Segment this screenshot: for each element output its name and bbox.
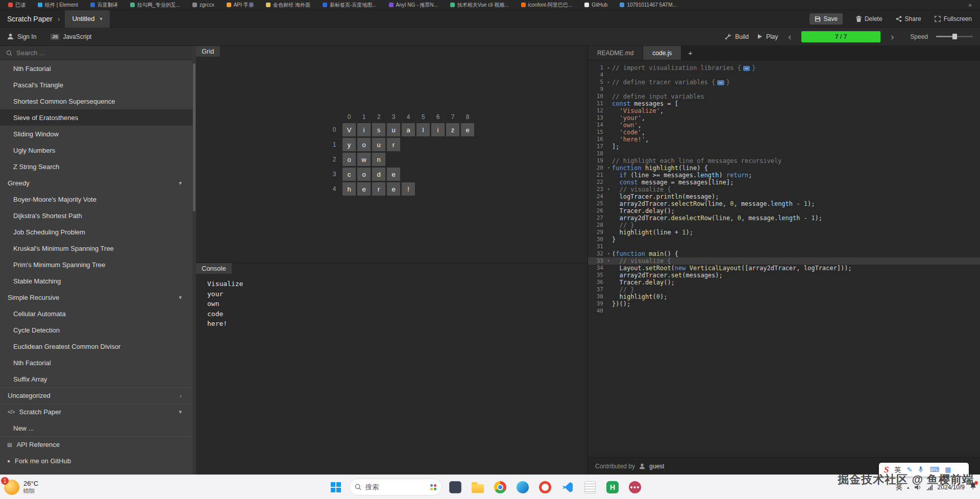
code-line[interactable]: 32▾(function main() { [588,250,980,257]
folded-code-badge[interactable]: ⋯ [717,80,724,85]
sidebar-item-nth-factorial[interactable]: Nth Factorial [0,60,196,77]
network-icon[interactable] [926,484,933,491]
code-line[interactable]: 28 // } [588,222,980,229]
code-line[interactable]: 33▾ // visualize { [588,257,980,265]
code-line[interactable]: 23▾ // visualize { [588,186,980,193]
code-line[interactable]: 37 // } [588,286,980,293]
code-line[interactable]: 19// highlight each line of messages rec… [588,157,980,164]
code-line[interactable]: 34 Layout.setRoot(new VerticalLayout([ar… [588,265,980,272]
sidebar-item-job-scheduling-problem[interactable]: Job Scheduling Problem [0,224,196,240]
sidebar-item-new[interactable]: New ... [0,420,196,436]
code-line[interactable]: 36 Tracer.delay(); [588,279,980,286]
language-selector[interactable]: JS JavaScript [51,33,91,40]
sidebar-item-ugly-numbers[interactable]: Ugly Numbers [0,142,196,158]
sidebar-category-uncategorized[interactable]: Uncategorized› [0,387,196,403]
search-input[interactable] [16,49,169,57]
tray-expand-icon[interactable]: ▴ [907,485,910,490]
bookmark-item[interactable]: 新标签页-百度地图... [323,2,377,9]
code-line[interactable]: 12 'Visualize', [588,107,980,114]
mic-icon[interactable] [918,466,924,473]
speed-slider[interactable] [936,36,973,37]
bookmark-item[interactable]: 金色财经 海外面 [266,2,310,9]
code-line[interactable]: 15 'code', [588,129,980,136]
bookmark-item[interactable]: zgrccx [192,2,214,8]
sidebar-item-stable-matching[interactable]: Stable Matching [0,273,196,289]
code-line[interactable]: 20▾function highlight(line) { [588,164,980,172]
fold-toggle-icon[interactable]: ▸ [605,64,612,72]
sidebar-item-cycle-detection[interactable]: Cycle Detection [0,322,196,338]
save-button[interactable]: Save [810,13,843,25]
play-button[interactable]: Play [757,33,778,40]
taskbar-search[interactable]: 搜索 [349,479,442,495]
file-explorer-icon[interactable] [469,478,487,496]
keyboard-icon[interactable]: ⌨ [929,466,939,473]
bookmark-item[interactable]: 已读 [8,2,26,9]
code-line[interactable]: 16 'here!', [588,136,980,143]
sidebar-item-z-string-search[interactable]: Z String Search [0,158,196,175]
code-line[interactable]: 5▸// define tracer variables {⋯} [588,79,980,86]
fold-toggle-icon[interactable]: ▾ [605,186,612,193]
code-line[interactable]: 11const messages = [ [588,100,980,107]
bookmark-item[interactable]: 拉勾网_专业的互... [130,2,180,9]
code-line[interactable]: 39})(); [588,300,980,307]
sidebar-item-shortest-common-supersequence[interactable]: Shortest Common Supersequence [0,93,196,109]
bookmark-item[interactable]: API·手册 [227,2,254,9]
code-line[interactable]: 9 [588,86,980,93]
breadcrumb[interactable]: Scratch Paper › [7,15,60,23]
speed-slider-thumb[interactable] [952,34,957,39]
sidebar-item-euclidean-greatest-common-divisor[interactable]: Euclidean Greatest Common Divisor [0,338,196,354]
ime-language-indicator[interactable]: 英 [896,483,902,492]
bookmark-item[interactable]: 10791011467 5ATM... [620,2,676,8]
start-button[interactable] [327,478,345,496]
code-line[interactable]: 38 highlight(0); [588,293,980,300]
code-line[interactable]: 29 highlight(line + 1); [588,229,980,236]
bookmark-item[interactable]: 组件 | Element [38,2,78,9]
sidebar-item-nth-factorial[interactable]: Nth Factorial [0,354,196,371]
code-line[interactable]: 30} [588,236,980,243]
bookmarks-overflow-icon[interactable]: » [968,2,972,9]
code-line[interactable]: 10// define input variables [588,93,980,100]
code-line[interactable]: 18 [588,150,980,157]
fold-toggle-icon[interactable]: ▾ [605,164,612,172]
widgets-app-icon[interactable] [446,478,464,496]
sidebar-item-api-reference[interactable]: ▤API Reference [0,436,196,453]
edge-icon[interactable] [513,478,532,496]
sidebar-item-sliding-window[interactable]: Sliding Window [0,126,196,142]
pen-icon[interactable]: ✎ [906,466,912,473]
sidebar-scrollbar-thumb[interactable] [193,63,195,211]
vscode-icon[interactable] [558,478,577,496]
progress-bar[interactable]: 7 / 7 [801,31,880,42]
taskbar-weather-widget[interactable]: 1 26°C 晴朗 [4,475,38,499]
fullscreen-button[interactable]: Fullscreen [935,15,972,22]
sidebar-item-dijkstra-s-shortest-path[interactable]: Dijkstra's Shortest Path [0,207,196,224]
sign-in-button[interactable]: Sign In [7,33,36,40]
code-line[interactable]: 31 [588,243,980,250]
add-tab-button[interactable]: + [681,46,699,60]
tab-readme-md[interactable]: README.md [588,46,643,60]
bookmark-item[interactable]: 百度翻译 [90,2,118,9]
code-line[interactable]: 13 'your', [588,114,980,122]
notification-bell-icon[interactable] [969,482,977,492]
ime-toolbar[interactable]: S 英 ✎ ⌨ ▦ [879,463,969,477]
code-line[interactable]: 22 const message = messages[line]; [588,179,980,186]
code-line[interactable]: 40 [588,307,980,315]
visual-search-icon[interactable] [430,484,436,490]
code-line[interactable]: 4 [588,72,980,79]
share-button[interactable]: Share [896,15,921,22]
sidebar-search[interactable] [0,46,196,60]
code-line[interactable]: 14 'own', [588,122,980,129]
ime-mode-label[interactable]: 英 [894,465,901,474]
sidebar-scrollbar[interactable] [192,46,196,474]
code-line[interactable]: 25 array2dTracer.selectRow(line, 0, mess… [588,200,980,207]
clock-date[interactable]: 2024/10/9 [938,484,965,491]
step-next-button[interactable]: › [889,32,896,41]
sidebar-item-cellular-automata[interactable]: Cellular Automata [0,305,196,322]
folded-code-badge[interactable]: ⋯ [743,66,750,71]
code-line[interactable]: 27 array2dTracer.deselectRow(line, 0, me… [588,215,980,222]
code-line[interactable]: 24 logTracer.println(message); [588,193,980,200]
sidebar-item-sieve-of-eratosthenes[interactable]: Sieve of Eratosthenes [0,109,196,126]
volume-icon[interactable] [914,484,921,491]
delete-button[interactable]: Delete [856,15,883,22]
step-prev-button[interactable]: ‹ [786,32,793,41]
code-line[interactable]: 26 Tracer.delay(); [588,207,980,215]
